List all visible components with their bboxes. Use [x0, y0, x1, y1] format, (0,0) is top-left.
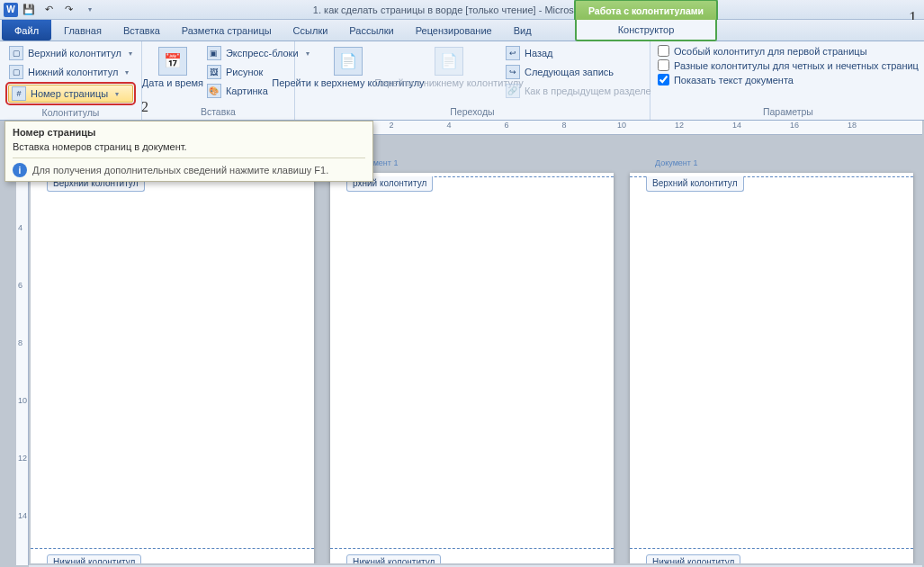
- tooltip-description: Вставка номеров страниц в документ.: [13, 141, 365, 152]
- page-3[interactable]: Документ 1 Верхний колонтитул Нижний кол…: [630, 173, 913, 563]
- chk-odd-even[interactable]: Разные колонтитулы для четных и нечетных…: [656, 58, 920, 72]
- contextual-tab-header: Работа с колонтитулами: [574, 0, 718, 20]
- chk-show-text-box[interactable]: [658, 74, 669, 86]
- tab-view[interactable]: Вид: [503, 20, 543, 40]
- group-headers: ▢ Верхний колонтитул▾ ▢ Нижний колонтиту…: [0, 41, 142, 120]
- window-title: 1. как сделать страницы в ворде [только …: [313, 4, 611, 15]
- tab-home[interactable]: Главная: [53, 20, 112, 40]
- cmd-header[interactable]: ▢ Верхний колонтитул▾: [5, 44, 136, 62]
- previous-icon: ↩: [506, 46, 520, 60]
- page-1[interactable]: Верхний колонтитул Нижний колонтитул 1: [31, 173, 314, 563]
- cmd-next[interactable]: ↪ Следующая запись: [502, 63, 655, 81]
- header-icon: ▢: [9, 46, 23, 60]
- chk-show-text[interactable]: Показать текст документа: [656, 73, 920, 86]
- quick-access-toolbar: W 💾 ↶ ↷ ▾: [0, 2, 101, 18]
- contextual-tab-wrapper: Конструктор: [575, 20, 717, 41]
- header-tag[interactable]: Верхний колонтитул: [646, 176, 744, 192]
- ribbon-tabs: Файл Главная Вставка Разметка страницы С…: [0, 20, 924, 41]
- goto-header-icon: 📄: [334, 47, 363, 76]
- page-2[interactable]: Документ 1 рхний колонтитул Нижний колон…: [330, 173, 614, 563]
- footer-tag[interactable]: Нижний колонтитул: [646, 554, 740, 563]
- page-container: Верхний колонтитул Нижний колонтитул 1 Д…: [31, 137, 920, 563]
- title-bar: W 💾 ↶ ↷ ▾ 1. как сделать страницы в ворд…: [0, 0, 924, 20]
- page-number-icon: #: [12, 86, 26, 101]
- cmd-previous[interactable]: ↩ Назад: [502, 44, 655, 62]
- footer-tag[interactable]: Нижний колонтитул: [47, 554, 141, 563]
- document-label: Документ 1: [655, 158, 697, 167]
- footer-tag[interactable]: Нижний колонтитул: [346, 554, 441, 563]
- footer-icon: ▢: [9, 65, 23, 79]
- footer-boundary: [330, 548, 614, 549]
- tooltip-title: Номер страницы: [13, 127, 365, 138]
- group-navigation: 📄 Перейти к верхнему колонтитулу 📄 Перей…: [295, 41, 650, 120]
- chk-odd-even-box[interactable]: [658, 59, 669, 71]
- redo-button[interactable]: ↷: [59, 2, 77, 18]
- cmd-datetime[interactable]: 📅 Дата и время: [148, 44, 198, 104]
- footer-boundary: [31, 548, 314, 549]
- annotation-2: 2: [141, 99, 148, 115]
- goto-footer-icon: 📄: [435, 47, 463, 76]
- page-number-tooltip: Номер страницы Вставка номеров страниц в…: [4, 121, 373, 182]
- tab-review[interactable]: Рецензирование: [405, 20, 503, 40]
- next-icon: ↪: [506, 65, 520, 79]
- blocks-icon: ▣: [207, 46, 221, 60]
- chk-first-page-box[interactable]: [658, 45, 669, 57]
- cmd-goto-footer: 📄 Перейти к нижнему колонтитулу: [401, 44, 497, 92]
- chk-first-page[interactable]: Особый колонтитул для первой страницы: [656, 44, 920, 58]
- word-app-icon[interactable]: W: [4, 3, 18, 17]
- link-icon: 🔗: [506, 84, 520, 98]
- tooltip-hint: i Для получения дополнительных сведений …: [13, 158, 365, 177]
- clipart-icon: 🎨: [207, 84, 221, 98]
- picture-icon: 🖼: [207, 65, 221, 79]
- cmd-footer[interactable]: ▢ Нижний колонтитул▾: [5, 63, 136, 81]
- vertical-ruler[interactable]: 2468101214: [16, 135, 29, 565]
- group-parameters: Особый колонтитул для первой страницы Ра…: [650, 41, 924, 120]
- tab-references[interactable]: Ссылки: [283, 20, 339, 40]
- tab-file[interactable]: Файл: [2, 20, 51, 40]
- tab-mailings[interactable]: Рассылки: [338, 20, 404, 40]
- cmd-page-number[interactable]: # Номер страницы▾: [8, 85, 133, 103]
- tab-insert[interactable]: Вставка: [112, 20, 171, 40]
- undo-button[interactable]: ↶: [40, 2, 58, 18]
- highlight-page-number: # Номер страницы▾: [5, 82, 136, 105]
- calendar-icon: 📅: [158, 47, 187, 76]
- document-area: 24681012141618 2468101214 Верхний колонт…: [0, 121, 924, 567]
- info-icon: i: [13, 163, 27, 177]
- tab-designer[interactable]: Конструктор: [607, 24, 686, 35]
- cmd-link-previous: 🔗 Как в предыдущем разделе: [502, 82, 655, 100]
- footer-boundary: [630, 548, 913, 549]
- ribbon: 2 ▢ Верхний колонтитул▾ ▢ Нижний колонти…: [0, 41, 924, 121]
- save-button[interactable]: 💾: [20, 2, 38, 18]
- tab-page-layout[interactable]: Разметка страницы: [171, 20, 283, 40]
- qat-customize-button[interactable]: ▾: [79, 2, 97, 18]
